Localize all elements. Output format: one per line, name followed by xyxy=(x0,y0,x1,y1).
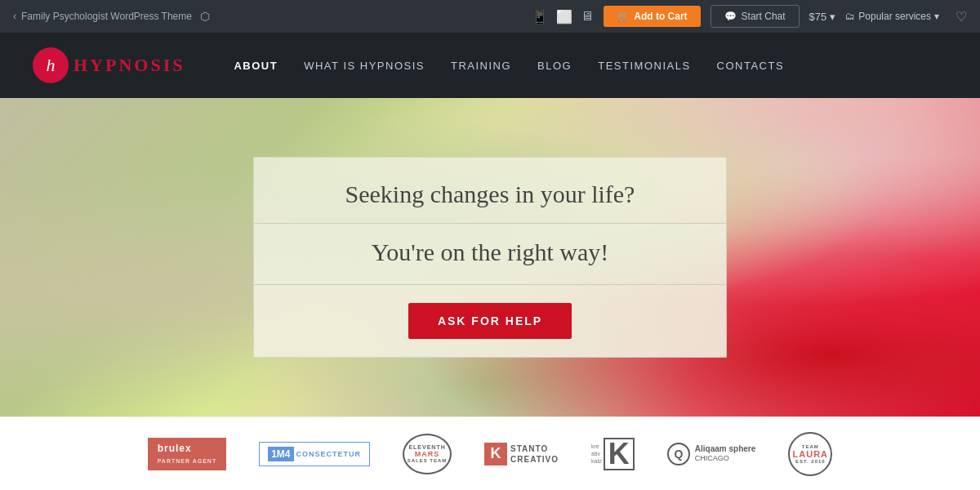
price-value: $75 xyxy=(809,11,827,23)
theme-label: Family Psychologist WordPress Theme xyxy=(21,11,192,22)
laura-name: LAURA xyxy=(793,449,829,459)
1m4-number: 1M4 xyxy=(268,447,293,461)
brand-aliqaam: Q Aliqaam sphere CHICAGO xyxy=(667,443,755,466)
brand-laura: TEAM LAURA EST. 2010 xyxy=(788,432,832,476)
nav-links: ABOUT WHAT IS HYPNOSIS TRAINING BLOG TES… xyxy=(234,58,784,73)
nav-item-what-is-hypnosis[interactable]: WHAT IS HYPNOSIS xyxy=(304,58,425,73)
aliqaam-q-icon: Q xyxy=(667,443,690,466)
eleventh-text: ELEVENTH xyxy=(408,444,445,450)
stanto-text: STANTO CREATIVO xyxy=(510,443,559,465)
brulex-logo: brulex PARTNER AGENT xyxy=(148,438,227,470)
aliqaam-line2: CHICAGO xyxy=(695,454,755,464)
popular-services-icon: 🗂 xyxy=(845,11,855,22)
price-display[interactable]: $75 ▾ xyxy=(809,11,836,23)
tablet-icon[interactable]: ⬜ xyxy=(556,9,572,24)
stanto-k-icon: K xyxy=(484,443,507,466)
share-icon[interactable]: ⬡ xyxy=(200,10,210,23)
brand-1m4: 1M4 CONSECTETUR xyxy=(259,442,370,466)
nav-link-contacts[interactable]: CONTACTS xyxy=(717,60,785,72)
hero-box: Seeking changes in your life? You're on … xyxy=(253,157,727,358)
laura-bottom-text: EST. 2010 xyxy=(795,459,826,464)
popular-services-label: Popular services xyxy=(858,11,931,22)
aliqaam-line1: Aliqaam sphere xyxy=(695,443,755,454)
brulex-subtext: PARTNER AGENT xyxy=(158,458,217,464)
hero-text-line2: You're on the right way! xyxy=(287,238,693,266)
popular-services-chevron-icon: ▾ xyxy=(934,11,939,22)
brulex-text: brulex xyxy=(158,443,192,454)
brand-eleventh-mars: ELEVENTH MARS SALES TEAM xyxy=(403,434,452,474)
mars-text: MARS xyxy=(415,450,440,458)
nav-link-training[interactable]: TRAINING xyxy=(451,60,511,72)
hero-line2: You're on the right way! xyxy=(254,224,726,285)
aliqaam-text: Aliqaam sphere CHICAGO xyxy=(695,443,755,464)
theme-info: ‹ Family Psychologist WordPress Theme ⬡ xyxy=(13,10,522,23)
k-small-text: kre ativ katz xyxy=(591,443,602,465)
nav-link-testimonials[interactable]: TESTIMONIALS xyxy=(598,60,690,72)
k-big-logo: kre ativ katz K xyxy=(591,438,635,470)
ask-for-help-button[interactable]: ASK FOR HELP xyxy=(408,303,572,339)
stanto-line1: STANTO xyxy=(510,443,559,454)
eleventh-sub: SALES TEAM xyxy=(408,458,448,463)
nav-link-blog[interactable]: BLOG xyxy=(537,60,572,72)
brand-brulex: brulex PARTNER AGENT xyxy=(148,438,227,470)
laura-logo: TEAM LAURA EST. 2010 xyxy=(788,432,832,476)
brand-k-big: kre ativ katz K xyxy=(591,438,635,470)
hero-content: Seeking changes in your life? You're on … xyxy=(253,157,727,358)
nav-item-training[interactable]: TRAINING xyxy=(451,58,511,73)
stanto-line2: CREATIVO xyxy=(510,454,559,465)
back-arrow-icon[interactable]: ‹ xyxy=(13,11,16,22)
add-to-cart-label: Add to Cart xyxy=(634,11,687,22)
wishlist-heart-icon[interactable]: ♡ xyxy=(956,9,967,24)
logo[interactable]: h HYPNOSIS xyxy=(33,47,185,83)
logo-icon: h xyxy=(33,47,69,83)
1m4-text: CONSECTETUR xyxy=(296,450,362,458)
device-icons: 📱 ⬜ 🖥 xyxy=(532,9,594,24)
add-to-cart-button[interactable]: 🛒 Add to Cart xyxy=(604,6,700,27)
mobile-icon[interactable]: 📱 xyxy=(532,9,548,24)
hero-text-line1: Seeking changes in your life? xyxy=(287,180,693,208)
aliqaam-logo: Q Aliqaam sphere CHICAGO xyxy=(667,443,755,466)
nav-item-blog[interactable]: BLOG xyxy=(537,58,572,73)
start-chat-label: Start Chat xyxy=(742,11,786,22)
nav-bar: h HYPNOSIS ABOUT WHAT IS HYPNOSIS TRAINI… xyxy=(0,33,980,98)
hero-line1: Seeking changes in your life? xyxy=(254,158,726,224)
start-chat-button[interactable]: 💬 Start Chat xyxy=(710,5,800,28)
nav-item-contacts[interactable]: CONTACTS xyxy=(717,58,785,73)
nav-link-about[interactable]: ABOUT xyxy=(234,60,278,72)
nav-link-what-is-hypnosis[interactable]: WHAT IS HYPNOSIS xyxy=(304,60,425,72)
nav-item-about[interactable]: ABOUT xyxy=(234,58,278,73)
hero-section: Seeking changes in your life? You're on … xyxy=(0,98,980,416)
brand-stanto: K STANTO CREATIVO xyxy=(484,443,559,466)
chat-icon: 💬 xyxy=(724,11,737,22)
nav-item-testimonials[interactable]: TESTIMONIALS xyxy=(598,58,690,73)
eleventh-mars-logo: ELEVENTH MARS SALES TEAM xyxy=(403,434,452,474)
logo-text: HYPNOSIS xyxy=(74,55,185,76)
price-chevron-icon: ▾ xyxy=(830,11,835,23)
1m4-logo: 1M4 CONSECTETUR xyxy=(259,442,370,466)
brands-bar: brulex PARTNER AGENT 1M4 CONSECTETUR ELE… xyxy=(0,416,980,490)
stanto-logo: K STANTO CREATIVO xyxy=(484,443,559,466)
desktop-icon[interactable]: 🖥 xyxy=(581,9,594,24)
k-big-letter: K xyxy=(604,438,635,470)
hero-cta-area: ASK FOR HELP xyxy=(254,285,726,357)
popular-services-menu[interactable]: 🗂 Popular services ▾ xyxy=(845,11,939,22)
cart-icon: 🛒 xyxy=(617,11,629,22)
top-bar: ‹ Family Psychologist WordPress Theme ⬡ … xyxy=(0,0,980,33)
